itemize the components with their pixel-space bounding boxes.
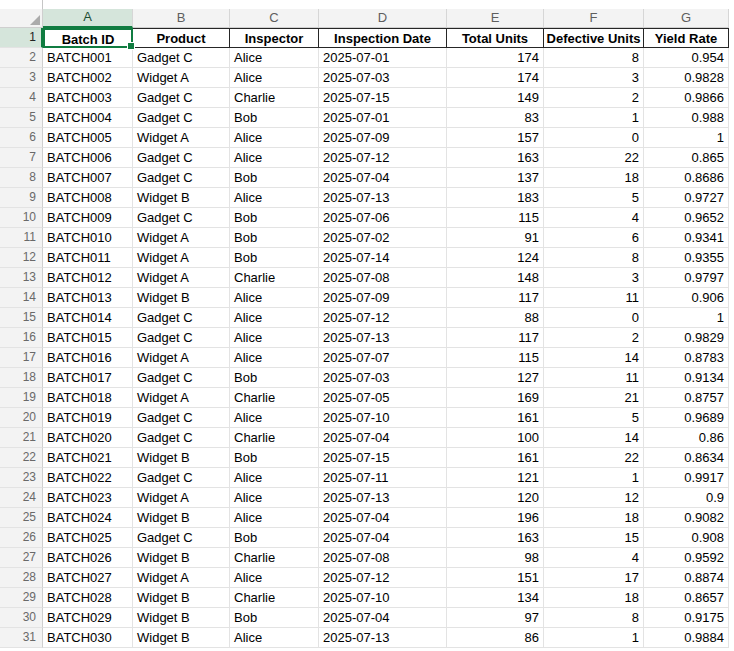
cell-a25[interactable]: BATCH024 bbox=[43, 508, 133, 528]
cell-f26[interactable]: 15 bbox=[544, 528, 644, 548]
cell-f5[interactable]: 1 bbox=[544, 108, 644, 128]
cell-a31[interactable]: BATCH030 bbox=[43, 628, 133, 648]
cell-d22[interactable]: 2025-07-15 bbox=[319, 448, 447, 468]
cell-g3[interactable]: 0.9828 bbox=[644, 68, 729, 88]
cell-c18[interactable]: Bob bbox=[230, 368, 319, 388]
row-header-3[interactable]: 3 bbox=[0, 68, 43, 88]
cell-a6[interactable]: BATCH005 bbox=[43, 128, 133, 148]
row-header-27[interactable]: 27 bbox=[0, 548, 43, 568]
cell-c8[interactable]: Bob bbox=[230, 168, 319, 188]
cell-b14[interactable]: Widget B bbox=[133, 288, 230, 308]
cell-a2[interactable]: BATCH001 bbox=[43, 48, 133, 68]
cell-f12[interactable]: 8 bbox=[544, 248, 644, 268]
cell-b1[interactable]: Product bbox=[133, 28, 230, 48]
cell-a11[interactable]: BATCH010 bbox=[43, 228, 133, 248]
cell-d14[interactable]: 2025-07-09 bbox=[319, 288, 447, 308]
cell-e30[interactable]: 97 bbox=[447, 608, 544, 628]
cell-d19[interactable]: 2025-07-05 bbox=[319, 388, 447, 408]
cell-e22[interactable]: 161 bbox=[447, 448, 544, 468]
cell-c16[interactable]: Alice bbox=[230, 328, 319, 348]
cell-f27[interactable]: 4 bbox=[544, 548, 644, 568]
cell-b6[interactable]: Widget A bbox=[133, 128, 230, 148]
cell-g17[interactable]: 0.8783 bbox=[644, 348, 729, 368]
cell-e19[interactable]: 169 bbox=[447, 388, 544, 408]
cell-d20[interactable]: 2025-07-10 bbox=[319, 408, 447, 428]
column-header-c[interactable]: C bbox=[230, 9, 319, 28]
row-header-31[interactable]: 31 bbox=[0, 628, 43, 648]
cell-g22[interactable]: 0.8634 bbox=[644, 448, 729, 468]
cell-g7[interactable]: 0.865 bbox=[644, 148, 729, 168]
cell-e8[interactable]: 137 bbox=[447, 168, 544, 188]
cell-c12[interactable]: Bob bbox=[230, 248, 319, 268]
cell-a14[interactable]: BATCH013 bbox=[43, 288, 133, 308]
cell-g13[interactable]: 0.9797 bbox=[644, 268, 729, 288]
cell-g23[interactable]: 0.9917 bbox=[644, 468, 729, 488]
cell-a28[interactable]: BATCH027 bbox=[43, 568, 133, 588]
cell-a17[interactable]: BATCH016 bbox=[43, 348, 133, 368]
cell-f1[interactable]: Defective Units bbox=[544, 28, 644, 48]
cell-g26[interactable]: 0.908 bbox=[644, 528, 729, 548]
cell-d21[interactable]: 2025-07-04 bbox=[319, 428, 447, 448]
cell-d5[interactable]: 2025-07-01 bbox=[319, 108, 447, 128]
cell-a18[interactable]: BATCH017 bbox=[43, 368, 133, 388]
cell-f8[interactable]: 18 bbox=[544, 168, 644, 188]
cell-d27[interactable]: 2025-07-08 bbox=[319, 548, 447, 568]
cell-f9[interactable]: 5 bbox=[544, 188, 644, 208]
cell-c19[interactable]: Charlie bbox=[230, 388, 319, 408]
cell-b7[interactable]: Gadget C bbox=[133, 148, 230, 168]
cell-a8[interactable]: BATCH007 bbox=[43, 168, 133, 188]
select-all-button[interactable] bbox=[0, 9, 43, 28]
cell-b31[interactable]: Widget B bbox=[133, 628, 230, 648]
cell-d10[interactable]: 2025-07-06 bbox=[319, 208, 447, 228]
cell-b30[interactable]: Widget B bbox=[133, 608, 230, 628]
cell-a16[interactable]: BATCH015 bbox=[43, 328, 133, 348]
cell-g19[interactable]: 0.8757 bbox=[644, 388, 729, 408]
cell-c13[interactable]: Charlie bbox=[230, 268, 319, 288]
cell-b3[interactable]: Widget A bbox=[133, 68, 230, 88]
cell-g29[interactable]: 0.8657 bbox=[644, 588, 729, 608]
cell-a26[interactable]: BATCH025 bbox=[43, 528, 133, 548]
cell-d9[interactable]: 2025-07-13 bbox=[319, 188, 447, 208]
fill-handle[interactable] bbox=[127, 42, 135, 50]
row-header-7[interactable]: 7 bbox=[0, 148, 43, 168]
row-header-29[interactable]: 29 bbox=[0, 588, 43, 608]
cell-b16[interactable]: Gadget C bbox=[133, 328, 230, 348]
cell-c25[interactable]: Alice bbox=[230, 508, 319, 528]
cell-d29[interactable]: 2025-07-10 bbox=[319, 588, 447, 608]
cell-d13[interactable]: 2025-07-08 bbox=[319, 268, 447, 288]
cell-a10[interactable]: BATCH009 bbox=[43, 208, 133, 228]
row-header-9[interactable]: 9 bbox=[0, 188, 43, 208]
cell-c4[interactable]: Charlie bbox=[230, 88, 319, 108]
cell-f10[interactable]: 4 bbox=[544, 208, 644, 228]
cell-b27[interactable]: Widget B bbox=[133, 548, 230, 568]
cell-c27[interactable]: Charlie bbox=[230, 548, 319, 568]
cell-b11[interactable]: Widget A bbox=[133, 228, 230, 248]
row-header-25[interactable]: 25 bbox=[0, 508, 43, 528]
cell-a13[interactable]: BATCH012 bbox=[43, 268, 133, 288]
cell-a3[interactable]: BATCH002 bbox=[43, 68, 133, 88]
cell-f7[interactable]: 22 bbox=[544, 148, 644, 168]
cell-e1[interactable]: Total Units bbox=[447, 28, 544, 48]
cell-c1[interactable]: Inspector bbox=[230, 28, 319, 48]
row-header-22[interactable]: 22 bbox=[0, 448, 43, 468]
cell-e13[interactable]: 148 bbox=[447, 268, 544, 288]
cell-a24[interactable]: BATCH023 bbox=[43, 488, 133, 508]
cell-e16[interactable]: 117 bbox=[447, 328, 544, 348]
cell-g5[interactable]: 0.988 bbox=[644, 108, 729, 128]
cell-e27[interactable]: 98 bbox=[447, 548, 544, 568]
cell-c6[interactable]: Alice bbox=[230, 128, 319, 148]
cell-f2[interactable]: 8 bbox=[544, 48, 644, 68]
cell-d1[interactable]: Inspection Date bbox=[319, 28, 447, 48]
cell-c2[interactable]: Alice bbox=[230, 48, 319, 68]
cell-f4[interactable]: 2 bbox=[544, 88, 644, 108]
cell-f15[interactable]: 0 bbox=[544, 308, 644, 328]
cell-f17[interactable]: 14 bbox=[544, 348, 644, 368]
cell-g18[interactable]: 0.9134 bbox=[644, 368, 729, 388]
row-header-28[interactable]: 28 bbox=[0, 568, 43, 588]
cell-g2[interactable]: 0.954 bbox=[644, 48, 729, 68]
cell-b8[interactable]: Gadget C bbox=[133, 168, 230, 188]
column-header-b[interactable]: B bbox=[133, 9, 230, 28]
cell-d6[interactable]: 2025-07-09 bbox=[319, 128, 447, 148]
cell-g20[interactable]: 0.9689 bbox=[644, 408, 729, 428]
cell-a27[interactable]: BATCH026 bbox=[43, 548, 133, 568]
